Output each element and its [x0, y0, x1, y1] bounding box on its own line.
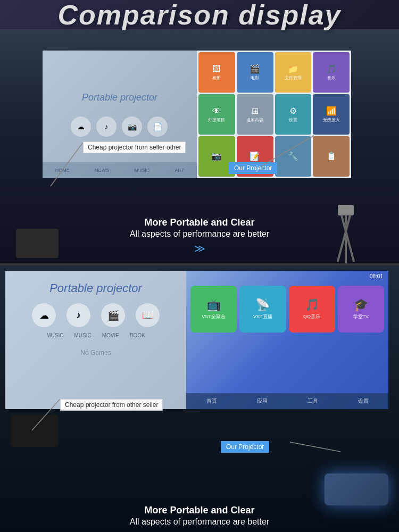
caption-bottom: More Portable and Clear All aspects of p… — [0, 505, 399, 527]
label-cheap-bottom: Cheap projector from other seller — [60, 399, 163, 411]
tile-2: 🎬电影 — [237, 52, 273, 93]
tripod-head — [338, 205, 354, 215]
tile-1: 🖼相册 — [198, 52, 235, 93]
nav-settings-bottom: 设置 — [358, 397, 369, 405]
school-label: 学堂TV — [353, 313, 369, 320]
tile-11: 🔧 — [275, 136, 312, 177]
app-tile-vst-all: 📺 VST全聚合 — [190, 286, 237, 332]
screen-right-half-top: 🖼相册 🎬电影 📁文件管理 🎵音乐 👁外接项目 ⊞追加内容 ⚙设置 📶无线接入 … — [197, 51, 351, 178]
vst-live-icon: 📡 — [255, 298, 270, 312]
no-games-text: No Games — [80, 349, 111, 356]
icon-circle-bottom-4: 📖 — [136, 303, 160, 327]
nav-tools-bottom: 工具 — [307, 397, 318, 405]
app-tile-school: 🎓 学堂TV — [338, 286, 384, 332]
tile-4: 🎵音乐 — [313, 52, 350, 93]
vst-icon: 📺 — [206, 298, 221, 312]
screen-icons-top: ☁ ♪ 📷 📄 — [71, 117, 169, 137]
app-tile-vst-live: 📡 VST直播 — [239, 286, 286, 332]
screen-right-half-bottom: 08:01 📺 VST全聚合 📡 VST直播 🎵 QQ音乐 — [186, 271, 388, 409]
cheap-device-bottom — [11, 415, 59, 447]
caption-sub-bottom: All aspects of performance are better — [0, 517, 399, 527]
nav-art: ART — [174, 168, 184, 173]
icon-circle-bottom-3: 🎬 — [101, 303, 125, 327]
projected-screen-top: Portable projector ☁ ♪ 📷 📄 HOME NEWS MUS… — [43, 51, 351, 178]
vst-all-label: VST全聚合 — [202, 313, 226, 320]
time-display: 08:01 — [370, 273, 383, 279]
header: Comparison display — [0, 0, 399, 29]
screen-bottom-nav: 首页 应用 工具 设置 — [186, 393, 388, 409]
icon-circle-1: ☁ — [71, 117, 91, 137]
icon-circle-3: 📷 — [122, 117, 142, 137]
projected-screen-bottom: Portable projector ☁ ♪ 🎬 📖 MUSIC MUSIC M… — [5, 271, 388, 409]
screen-left-title-top: Portable projector — [82, 92, 157, 103]
nav-music: MUSIC — [134, 168, 149, 173]
screen-nav-bar-top: HOME NEWS MUSIC ART — [43, 162, 197, 178]
caption-main-top: More Portable and Clear — [0, 217, 399, 228]
nav-news: NEWS — [95, 168, 109, 173]
page-title: Comparison display — [58, 0, 342, 31]
app-tile-qq: 🎵 QQ音乐 — [289, 286, 335, 332]
icon-circle-2: ♪ — [96, 117, 117, 137]
icon-circle-bottom-2: ♪ — [66, 303, 90, 327]
nav-apps-bottom: 应用 — [257, 397, 268, 405]
page-wrapper: Comparison display Portable projector ☁ … — [0, 0, 399, 532]
nav-home: HOME — [55, 168, 70, 173]
tile-8: 📶无线接入 — [313, 94, 350, 135]
tile-5: 👁外接项目 — [198, 94, 235, 135]
screen-left-half-bottom: Portable projector ☁ ♪ 🎬 📖 MUSIC MUSIC M… — [5, 271, 186, 409]
bottom-icon-labels: MUSIC MUSIC MOVIE BOOK — [46, 332, 145, 338]
bottom-panel: Portable projector ☁ ♪ 🎬 📖 MUSIC MUSIC M… — [0, 265, 399, 532]
tiles-grid-top: 🖼相册 🎬电影 📁文件管理 🎵音乐 👁外接项目 ⊞追加内容 ⚙设置 📶无线接入 … — [197, 51, 351, 178]
app-tiles-grid: 📺 VST全聚合 📡 VST直播 🎵 QQ音乐 🎓 学堂TV — [190, 286, 384, 381]
tile-6: ⊞追加内容 — [237, 94, 273, 135]
panel-divider — [0, 263, 399, 265]
tile-3: 📁文件管理 — [275, 52, 312, 93]
label-cheap-top: Cheap projector from seller other — [83, 142, 186, 153]
qq-label: QQ音乐 — [303, 313, 320, 320]
label-our-top: Our Projector — [229, 162, 277, 174]
icon-circle-4: 📄 — [147, 117, 168, 137]
label-our-bottom: Our Projector — [221, 441, 269, 453]
screen-left-title-bottom: Portable projector — [49, 281, 142, 295]
top-panel: Comparison display Portable projector ☁ … — [0, 0, 399, 263]
caption-main-bottom: More Portable and Clear — [0, 505, 399, 516]
qq-icon: 🎵 — [305, 298, 319, 312]
caption-top: More Portable and Clear All aspects of p… — [0, 217, 399, 255]
tile-7: ⚙设置 — [275, 94, 312, 135]
screen-left-half-top: Portable projector ☁ ♪ 📷 📄 HOME NEWS MUS… — [43, 51, 197, 178]
vst-live-label: VST直播 — [253, 313, 272, 320]
nav-home-bottom: 首页 — [206, 397, 217, 405]
icons-row-bottom: ☁ ♪ 🎬 📖 — [32, 303, 160, 327]
school-icon: 🎓 — [354, 298, 368, 312]
caption-sub-top: All aspects of performance are better — [0, 229, 399, 239]
tile-12: 📋 — [313, 136, 350, 177]
icon-circle-bottom-1: ☁ — [32, 303, 56, 327]
our-device-bottom — [325, 473, 388, 505]
chevron-down-icon: ≫ — [0, 242, 399, 255]
